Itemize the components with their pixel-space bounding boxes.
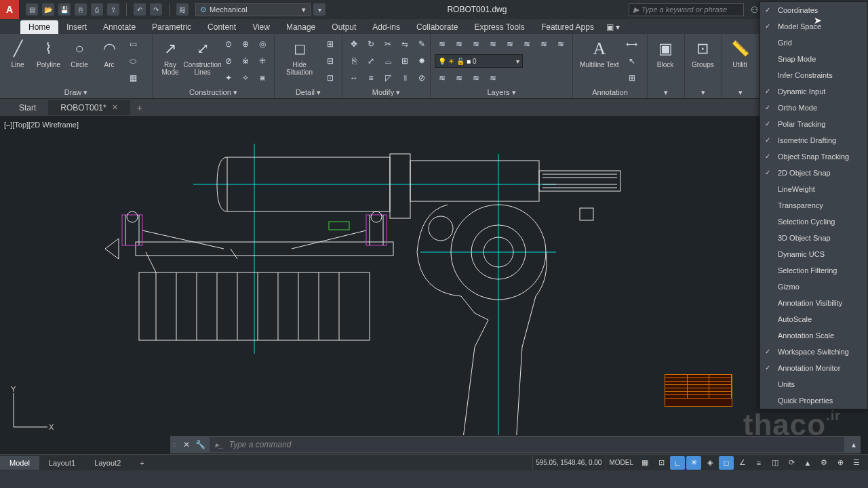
osnap-toggle[interactable]: □ [719,456,734,470]
model-space-toggle[interactable]: MODEL [606,456,636,470]
tab-output[interactable]: Output [323,20,364,34]
leader-icon[interactable]: ↖ [625,54,639,68]
panel-title-groups[interactable]: ▾ [689,86,717,98]
annotation-toggle[interactable]: ▲ [800,456,815,470]
break-icon[interactable]: ⊘ [414,70,429,85]
layer-icon[interactable]: ≋ [469,70,484,85]
scale-icon[interactable]: ⤢ [363,54,378,68]
cl-icon[interactable]: ⊕ [238,37,253,52]
copy-icon[interactable]: ⎘ [347,54,361,68]
panel-title-utilities[interactable]: ▾ [726,86,755,98]
grid-toggle[interactable]: ▦ [637,456,652,470]
ribbon-expand-icon[interactable]: ▣ ▾ [602,20,624,34]
qat-redo-icon[interactable]: ↷ [150,3,162,16]
detail-icon[interactable]: ⊟ [323,54,338,68]
cl-icon[interactable]: ✦ [221,70,236,85]
search-box[interactable]: ▶ Type a keyword or phrase [629,3,744,16]
transparency-toggle[interactable]: ◫ [768,456,783,470]
context-item-object-snap-tracking[interactable]: ✓Object Snap Tracking [760,148,867,165]
layer-icon[interactable]: ≋ [452,70,467,85]
layer-icon[interactable]: ≋ [435,70,450,85]
context-item-3d-object-snap[interactable]: 3D Object Snap [760,230,867,246]
context-item-lineweight[interactable]: LineWeight [760,181,867,197]
explode-icon[interactable]: ✸ [414,54,429,68]
ucs-icon[interactable]: X Y [7,386,54,434]
context-item-selection-filtering[interactable]: Selection Filtering [760,262,867,279]
layer-icon[interactable]: ≋ [435,37,450,52]
command-history-icon[interactable]: ▴ [847,440,861,449]
tab-annotate[interactable]: Annotate [95,20,144,34]
ellipse-icon[interactable]: ⬭ [125,54,140,68]
tab-view[interactable]: View [244,20,278,34]
qat-new-icon[interactable]: ▤ [26,3,38,16]
tab-content[interactable]: Content [199,20,244,34]
context-item-dynamic-ucs[interactable]: Dynamic UCS [760,246,867,262]
wrench-icon[interactable]: 🔧 [193,440,207,449]
workspace-dropdown[interactable]: ⚙ Mechanical ▾ [195,3,311,16]
move-icon[interactable]: ✥ [347,37,361,52]
block-button[interactable]: ▣Block [652,37,679,70]
context-item-isometric-drafting[interactable]: ✓Isometric Drafting [760,132,867,148]
qat-share-icon[interactable]: ⛓ [176,3,189,16]
dim-icon[interactable]: ⟷ [625,37,639,52]
monitor-toggle[interactable]: ⊕ [833,456,848,470]
ray-mode-button[interactable]: ↗Ray Mode [157,37,184,77]
context-item-annotation-visibility[interactable]: Annotation Visibility [760,295,867,311]
detail-icon[interactable]: ⊞ [323,37,338,52]
tab-addins[interactable]: Add-ins [364,20,408,34]
line-button[interactable]: ╱Line [4,37,31,70]
context-item-gizmo[interactable]: Gizmo [760,279,867,295]
cl-icon[interactable]: ✧ [238,70,253,85]
stretch-icon[interactable]: ↔ [347,70,361,85]
erase-icon[interactable]: ✎ [414,37,429,52]
fillet-icon[interactable]: ⌓ [380,54,395,68]
layout-tab-layout2[interactable]: Layout2 [85,456,130,470]
qat-undo-icon[interactable]: ↶ [134,3,146,16]
cl-icon[interactable]: ⊙ [221,37,236,52]
snap-toggle[interactable]: ⊡ [654,456,669,470]
context-item-annotation-scale[interactable]: Annotation Scale [760,327,867,344]
new-layout-button[interactable]: + [130,456,153,470]
qat-plot-icon[interactable]: ⎙ [91,3,103,16]
context-item-polar-tracking[interactable]: ✓Polar Tracking [760,116,867,132]
context-item-2d-object-snap[interactable]: ✓2D Object Snap [760,165,867,181]
layer-icon[interactable]: ≋ [452,37,467,52]
context-item-selection-cycling[interactable]: Selection Cycling [760,214,867,230]
polar-toggle[interactable]: ✳ [686,456,701,470]
workspace-toggle[interactable]: ⚙ [816,456,831,470]
qat-saveas-icon[interactable]: ⎘ [75,3,87,16]
layout-tab-model[interactable]: Model [0,456,39,470]
qat-save-icon[interactable]: 💾 [58,3,71,16]
cycling-toggle[interactable]: ⟳ [784,456,799,470]
layer-icon[interactable]: ≋ [486,70,500,85]
panel-title-construction[interactable]: Construction ▾ [157,86,270,98]
lwt-toggle[interactable]: ≡ [751,456,766,470]
panel-title-draw[interactable]: Draw ▾ [4,86,148,98]
context-item-transparency[interactable]: Transparency [760,197,867,214]
context-item-quick-properties[interactable]: Quick Properties [760,392,867,409]
otrack-toggle[interactable]: ∠ [735,456,750,470]
tab-manage[interactable]: Manage [278,20,323,34]
utilities-button[interactable]: 📏Utiliti [726,37,753,70]
context-item-snap-mode[interactable]: Snap Mode [760,51,867,67]
context-item-units[interactable]: Units [760,376,867,392]
iso-toggle[interactable]: ◈ [703,456,717,470]
polyline-button[interactable]: ⌇Polyline [34,37,63,70]
hatch-icon[interactable]: ▦ [125,70,140,85]
rotate-icon[interactable]: ↻ [363,37,378,52]
array-icon[interactable]: ⊞ [397,54,412,68]
tab-collaborate[interactable]: Collaborate [408,20,466,34]
new-tab-button[interactable]: + [130,100,149,116]
tab-featured[interactable]: Featured Apps [533,20,602,34]
workspace-overflow[interactable]: ▾ [313,3,326,16]
context-item-dynamic-input[interactable]: ✓Dynamic Input [760,83,867,100]
customize-status-button[interactable]: ☰ [849,456,864,470]
infocenter-icon[interactable]: ⚇ [751,5,759,15]
layer-icon[interactable]: ≋ [553,37,568,52]
cl-icon[interactable]: ◎ [255,37,270,52]
panel-title-layers[interactable]: Layers ▾ [435,86,568,98]
tab-insert[interactable]: Insert [58,20,95,34]
groups-button[interactable]: ⊡Groups [689,37,717,70]
context-item-ortho-mode[interactable]: ✓Ortho Mode [760,100,867,116]
drawing-viewport[interactable]: [–][Top][2D Wireframe] [0,117,868,454]
